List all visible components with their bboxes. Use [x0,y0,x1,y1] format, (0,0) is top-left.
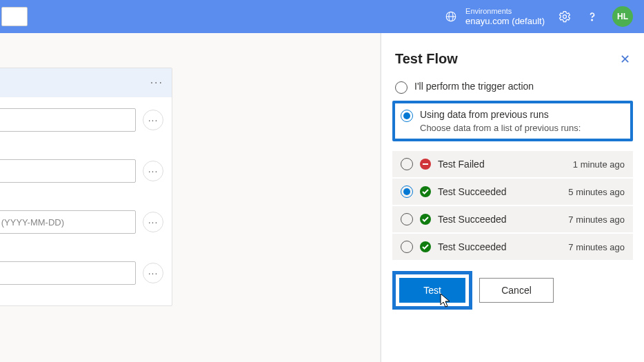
radio-sublabel: Choose data from a list of previous runs… [420,123,581,133]
text-input[interactable] [0,159,136,183]
svg-rect-5 [423,163,428,165]
main-area: ··· ··· ··· ··· ··· [0,33,644,362]
panel-title: Test Flow [395,51,458,67]
cancel-button[interactable]: Cancel [479,278,554,303]
flow-canvas: ··· ··· ··· ··· ··· [0,33,381,362]
field-more-icon[interactable]: ··· [143,161,163,181]
field-row: ··· [0,261,163,285]
test-button[interactable]: Test [399,278,465,303]
environment-name: enayu.com (default) [465,16,545,27]
run-item[interactable]: Test Succeeded 5 minutes ago [392,179,633,205]
panel-buttons: Test Cancel [388,271,637,310]
flow-step-card: ··· ··· ··· ··· ··· [0,68,172,306]
field-row: ··· [0,159,163,183]
close-icon[interactable]: ✕ [620,52,630,67]
run-time: 7 minutes ago [568,214,625,225]
radio-icon [401,158,413,170]
radio-content: Using data from previous runs Choose dat… [420,109,581,133]
help-icon[interactable] [585,9,600,24]
avatar[interactable]: HL [612,6,633,27]
run-label: Test Succeeded [438,214,561,225]
text-input[interactable] [0,261,136,285]
status-success-icon [420,241,431,252]
radio-icon [401,213,413,225]
more-icon[interactable]: ··· [150,77,163,89]
run-item[interactable]: Test Succeeded 7 minutes ago [392,234,633,260]
field-more-icon[interactable]: ··· [143,263,163,283]
field-more-icon[interactable]: ··· [143,110,163,130]
run-time: 7 minutes ago [568,242,625,252]
run-label: Test Succeeded [438,241,561,252]
field-more-icon[interactable]: ··· [143,212,163,232]
card-body: ··· ··· ··· ··· [0,97,172,305]
run-label: Test Succeeded [438,186,561,197]
previous-runs-list: Test Failed 1 minute ago Test Succeeded … [388,151,637,260]
radio-icon [401,185,413,198]
status-success-icon [420,214,431,225]
radio-manual-trigger[interactable]: I'll perform the trigger action [388,77,637,98]
field-row: ··· [0,210,163,234]
globe-icon [443,9,459,24]
highlighted-test-button: Test [392,271,472,310]
run-time: 1 minute ago [573,159,625,170]
status-failed-icon [420,159,431,170]
svg-point-4 [592,19,592,20]
gear-icon[interactable] [557,9,572,24]
environment-picker[interactable]: Environments enayu.com (default) [443,7,545,27]
search-input[interactable] [1,7,28,26]
run-time: 5 minutes ago [568,187,625,197]
radio-icon [395,81,407,94]
radio-label: I'll perform the trigger action [414,81,534,92]
status-success-icon [420,186,431,197]
panel-header: Test Flow ✕ [388,51,637,77]
app-header: Environments enayu.com (default) HL [0,0,644,33]
radio-label: Using data from previous runs [420,109,581,120]
radio-icon [401,110,413,122]
svg-point-3 [563,15,567,19]
run-label: Test Failed [438,159,566,170]
date-input[interactable] [0,210,136,234]
test-flow-panel: Test Flow ✕ I'll perform the trigger act… [381,33,644,362]
environment-text: Environments enayu.com (default) [465,7,545,27]
run-item[interactable]: Test Failed 1 minute ago [392,151,633,177]
card-header: ··· [0,68,172,97]
avatar-initials: HL [617,12,628,21]
environments-label: Environments [465,7,545,16]
highlighted-option: Using data from previous runs Choose dat… [392,101,633,141]
field-row: ··· [0,108,163,132]
run-item[interactable]: Test Succeeded 7 minutes ago [392,206,633,232]
header-right: Environments enayu.com (default) HL [443,6,633,27]
text-input[interactable] [0,108,136,132]
radio-icon [401,241,413,253]
radio-previous-runs[interactable]: Using data from previous runs Choose dat… [398,108,627,134]
header-left [11,7,28,26]
